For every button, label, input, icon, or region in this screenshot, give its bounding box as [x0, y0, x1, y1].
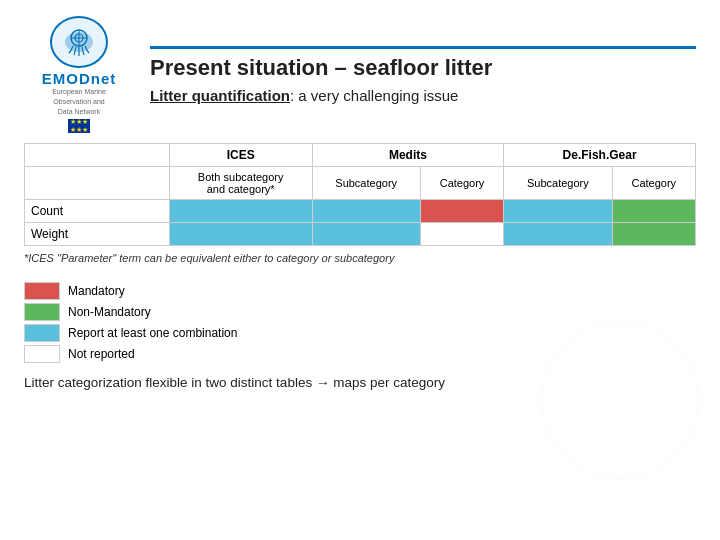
logo-name-text: EMODnet	[42, 70, 117, 87]
sub-corner	[25, 167, 170, 200]
col-medits-subcategory: Subcategory	[312, 167, 420, 200]
table-row-weight: Weight	[25, 223, 696, 246]
group-header-defish: De.Fish.Gear	[504, 144, 696, 167]
table-row-count: Count	[25, 200, 696, 223]
legend-at-least-one: Report at least one combination	[24, 324, 237, 342]
legend: Mandatory Non-Mandatory Report at least …	[24, 282, 237, 363]
page: EMODnet European Marine Observation and …	[0, 0, 720, 540]
subtitle-suffix: : a very challenging issue	[290, 87, 458, 104]
legend-label-not-reported: Not reported	[68, 347, 135, 361]
logo-circle	[50, 16, 108, 68]
cell-count-medits-cat	[420, 200, 503, 223]
table-corner	[25, 144, 170, 167]
legend-label-at-least-one: Report at least one combination	[68, 326, 237, 340]
cell-weight-defish-sub	[504, 223, 612, 246]
eu-flag-icon: ★★★★★★	[68, 119, 90, 133]
cell-weight-ices	[169, 223, 312, 246]
col-medits-category: Category	[420, 167, 503, 200]
logo-fish-svg	[57, 23, 101, 61]
group-header-ices: ICES	[169, 144, 312, 167]
header: EMODnet European Marine Observation and …	[24, 16, 696, 133]
cell-count-defish-cat	[612, 200, 695, 223]
table-footnote: *ICES "Parameter" term can be equivalent…	[24, 252, 696, 264]
cell-count-ices	[169, 200, 312, 223]
legend-box-mandatory	[24, 282, 60, 300]
legend-not-reported: Not reported	[24, 345, 237, 363]
cell-count-defish-sub	[504, 200, 612, 223]
logo-area: EMODnet European Marine Observation and …	[24, 16, 134, 133]
title-area: Present situation – seafloor litter Litt…	[150, 46, 696, 104]
legend-box-non-mandatory	[24, 303, 60, 321]
row-label-count: Count	[25, 200, 170, 223]
bottom-text: Litter categorization flexible in two di…	[24, 375, 696, 390]
cell-weight-medits-sub	[312, 223, 420, 246]
subtitle-prefix: Litter quantification	[150, 87, 290, 104]
col-ices-both: Both subcategoryand category*	[169, 167, 312, 200]
col-defish-subcategory: Subcategory	[504, 167, 612, 200]
cell-weight-medits-cat	[420, 223, 503, 246]
comparison-table: ICES Medits De.Fish.Gear Both subcategor…	[24, 143, 696, 246]
cell-weight-defish-cat	[612, 223, 695, 246]
main-title: Present situation – seafloor litter	[150, 55, 696, 81]
subtitle: Litter quantification: a very challengin…	[150, 87, 696, 104]
logo-subtext: European Marine Observation and Data Net…	[52, 87, 106, 116]
col-defish-category: Category	[612, 167, 695, 200]
cell-count-medits-sub	[312, 200, 420, 223]
row-label-weight: Weight	[25, 223, 170, 246]
legend-box-not-reported	[24, 345, 60, 363]
group-header-medits: Medits	[312, 144, 504, 167]
legend-non-mandatory: Non-Mandatory	[24, 303, 237, 321]
legend-box-at-least-one	[24, 324, 60, 342]
table-wrapper: ICES Medits De.Fish.Gear Both subcategor…	[24, 143, 696, 246]
legend-mandatory: Mandatory	[24, 282, 237, 300]
legend-label-mandatory: Mandatory	[68, 284, 125, 298]
eu-flag: ★★★★★★	[68, 119, 90, 133]
legend-label-non-mandatory: Non-Mandatory	[68, 305, 151, 319]
